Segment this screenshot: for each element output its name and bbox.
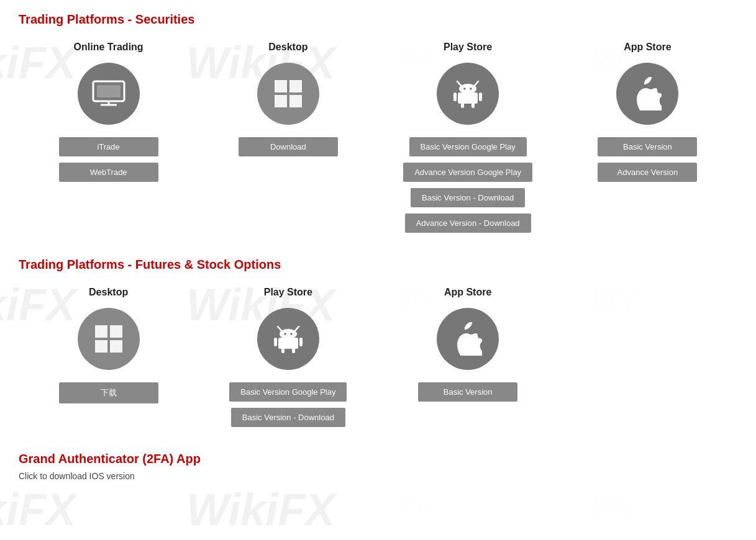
svg-rect-21	[110, 340, 122, 353]
basic-google-play2-btn[interactable]: Basic Version Google Play	[229, 382, 347, 402]
app-store2-buttons: Basic Version	[378, 382, 558, 402]
svg-rect-30	[281, 348, 285, 353]
appstore-basic-btn[interactable]: Basic Version	[598, 137, 697, 156]
svg-rect-31	[292, 348, 295, 353]
svg-point-12	[470, 88, 472, 90]
play-store-buttons: Basic Version Google Play Advance Versio…	[378, 137, 558, 233]
desktop-download-btn[interactable]: Download	[239, 137, 338, 156]
basic-download2-btn[interactable]: Basic Version - Download	[231, 408, 345, 427]
basic-download-btn[interactable]: Basic Version - Download	[411, 188, 525, 207]
apple-icon[interactable]	[616, 63, 678, 125]
section-securities: Trading Platforms - Securities Online Tr…	[19, 12, 737, 233]
svg-rect-27	[278, 338, 298, 349]
basic-google-play-btn[interactable]: Basic Version Google Play	[409, 137, 527, 156]
svg-rect-5	[289, 80, 302, 92]
svg-rect-17	[471, 103, 475, 108]
itrade-btn[interactable]: iTrade	[59, 137, 158, 156]
svg-rect-29	[299, 338, 303, 346]
android-icon[interactable]	[437, 63, 499, 125]
android2-icon[interactable]	[257, 308, 319, 370]
desktop2-buttons: 下载	[19, 382, 198, 403]
windows2-icon[interactable]	[78, 308, 140, 370]
svg-rect-6	[275, 95, 287, 107]
col-desktop2-title: Desktop	[89, 287, 128, 298]
svg-rect-3	[97, 85, 121, 97]
svg-rect-13	[458, 92, 478, 104]
svg-rect-14	[453, 92, 457, 101]
col-app-store2: App Store Basic Version	[378, 287, 558, 402]
section2-grid: Desktop 下载 Play Store	[19, 287, 737, 427]
svg-rect-15	[479, 92, 482, 101]
svg-line-23	[294, 326, 299, 331]
svg-line-8	[457, 81, 462, 86]
svg-rect-19	[110, 325, 122, 338]
svg-point-11	[463, 88, 466, 90]
app-store-buttons: Basic Version Advance Version	[558, 137, 737, 182]
col-play-store: Play Store	[378, 42, 558, 233]
apple2-icon[interactable]	[437, 308, 499, 370]
col-app-store2-title: App Store	[444, 287, 491, 298]
desktop-buttons: Download	[198, 137, 378, 156]
advance-download-btn[interactable]: Advance Version - Download	[405, 214, 531, 233]
section2-title: Trading Platforms - Futures & Stock Opti…	[19, 258, 737, 272]
svg-point-25	[284, 333, 286, 335]
windows-icon[interactable]	[257, 63, 319, 125]
svg-line-9	[474, 81, 478, 86]
section-2fa: Grand Authenticator (2FA) App Click to d…	[19, 452, 737, 481]
section3-title: Grand Authenticator (2FA) App	[19, 452, 737, 466]
svg-line-22	[278, 326, 282, 331]
advance-google-play-btn[interactable]: Advance Version Google Play	[403, 163, 532, 182]
svg-rect-4	[275, 80, 287, 92]
col-app-store: App Store Basic Version Advance Version	[558, 42, 737, 182]
col-desktop: Desktop Download	[198, 42, 378, 156]
appstore-advance-btn[interactable]: Advance Version	[598, 163, 697, 182]
svg-point-10	[459, 84, 476, 94]
svg-rect-28	[274, 338, 277, 346]
section1-grid: Online Trading iTrade WebTrade Desktop	[19, 42, 737, 233]
col-desktop2: Desktop 下载	[19, 287, 198, 403]
col-play-store2: Play Store	[198, 287, 378, 427]
col-desktop-title: Desktop	[268, 42, 307, 53]
play-store2-buttons: Basic Version Google Play Basic Version …	[198, 382, 378, 427]
svg-rect-20	[95, 340, 107, 353]
section-futures: Trading Platforms - Futures & Stock Opti…	[19, 258, 737, 427]
col-play-store-title: Play Store	[444, 42, 492, 53]
monitor-icon[interactable]	[78, 63, 140, 125]
col-online-trading-title: Online Trading	[74, 42, 143, 53]
svg-rect-7	[289, 95, 302, 107]
col-play-store2-title: Play Store	[264, 287, 312, 298]
svg-point-26	[290, 333, 293, 335]
svg-point-24	[280, 329, 297, 339]
appstore-basic2-btn[interactable]: Basic Version	[418, 382, 517, 402]
col-app-store-title: App Store	[624, 42, 671, 53]
section3-description: Click to download IOS version	[19, 471, 737, 481]
webtrade-btn[interactable]: WebTrade	[59, 163, 158, 182]
svg-rect-18	[95, 325, 107, 338]
online-trading-buttons: iTrade WebTrade	[19, 137, 198, 182]
section1-title: Trading Platforms - Securities	[19, 12, 737, 27]
col-online-trading: Online Trading iTrade WebTrade	[19, 42, 198, 182]
desktop2-download-btn[interactable]: 下载	[59, 382, 158, 403]
svg-rect-16	[461, 103, 464, 108]
